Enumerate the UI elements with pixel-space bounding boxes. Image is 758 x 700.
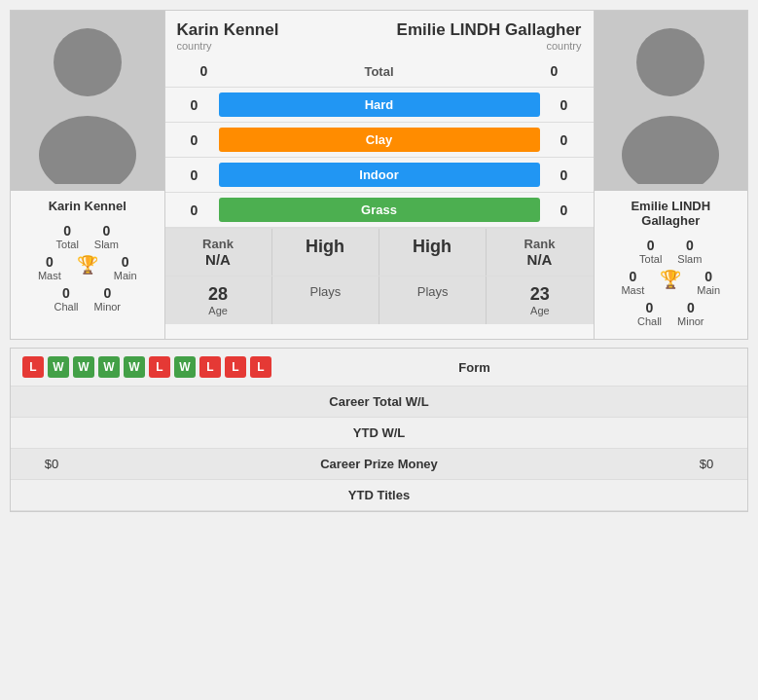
clay-left-val: 0 xyxy=(185,132,204,148)
indoor-badge: Indoor xyxy=(219,163,540,187)
total-label: Total xyxy=(364,64,393,79)
left-rank-val: N/A xyxy=(205,251,231,268)
right-player-photo xyxy=(595,11,748,191)
right-slam-val: 0 xyxy=(686,238,694,253)
right-stats-row-3: 0 Chall 0 Minor xyxy=(602,300,740,327)
left-player-photo xyxy=(11,11,164,191)
prize-money-right: $0 xyxy=(677,457,736,471)
comparison-section: Karin Kennel 0 Total 0 Slam 0 Mast xyxy=(10,10,748,340)
right-stats-row-1: 0 Total 0 Slam xyxy=(602,238,740,265)
form-row: LWWWWLWLLL Form xyxy=(11,349,747,387)
left-player-block: Karin Kennel 0 Total 0 Slam 0 Mast xyxy=(11,11,165,339)
right-minor-cell: 0 Minor xyxy=(677,300,704,327)
right-minor-val: 0 xyxy=(687,300,695,315)
right-player-info: Emilie LINDH Gallagher 0 Total 0 Slam 0 … xyxy=(595,191,748,339)
hard-row: 0 Hard 0 xyxy=(165,88,594,123)
right-trophy-icon: 🏆 xyxy=(660,269,681,290)
right-total-lbl: Total xyxy=(639,253,662,265)
left-age-lbl: Age xyxy=(208,305,228,316)
clay-right-val: 0 xyxy=(555,132,574,148)
left-slam-val: 0 xyxy=(102,223,110,239)
career-total-label: Career Total W/L xyxy=(329,394,428,409)
right-mast-cell: 0 Mast xyxy=(621,269,644,296)
right-mast-lbl: Mast xyxy=(621,284,644,296)
left-trophy-icon: 🏆 xyxy=(77,254,98,276)
form-badge-8: L xyxy=(225,356,246,378)
left-age-val: 28 xyxy=(208,284,228,305)
indoor-row: 0 Indoor 0 xyxy=(165,158,594,193)
bottom-section: LWWWWLWLLL Form Career Total W/L YTD W/L… xyxy=(10,348,748,512)
grass-badge: Grass xyxy=(219,198,540,222)
left-mast-val: 0 xyxy=(46,254,54,270)
form-badge-9: L xyxy=(250,356,271,378)
right-country: country xyxy=(397,40,582,52)
left-high-val: High xyxy=(306,237,344,257)
right-slam-lbl: Slam xyxy=(677,253,702,265)
right-minor-lbl: Minor xyxy=(677,315,704,327)
totals-row: 0 Total 0 xyxy=(165,55,594,88)
form-badge-2: W xyxy=(73,356,94,378)
right-age-lbl: Age xyxy=(530,305,550,316)
left-minor-lbl: Minor xyxy=(94,301,122,313)
hard-left-val: 0 xyxy=(185,97,204,113)
right-player-block: Emilie LINDH Gallagher 0 Total 0 Slam 0 … xyxy=(594,11,748,339)
form-badge-1: W xyxy=(48,356,69,378)
left-main-lbl: Main xyxy=(114,270,137,281)
ytd-titles-row: YTD Titles xyxy=(11,480,747,511)
right-total-cell: 0 Total xyxy=(639,238,662,265)
left-stats-row-3: 0 Chall 0 Minor xyxy=(18,285,157,313)
right-high-val: High xyxy=(413,237,451,257)
form-badge-6: W xyxy=(174,356,196,378)
right-main-cell: 0 Main xyxy=(697,269,720,296)
right-main-lbl: Main xyxy=(697,284,720,296)
grass-row: 0 Grass 0 xyxy=(165,193,594,228)
left-stats-row-2: 0 Mast 🏆 0 Main xyxy=(18,254,157,281)
right-stats-row-2: 0 Mast 🏆 0 Main xyxy=(602,269,740,296)
svg-point-2 xyxy=(636,28,704,96)
prize-money-left: $0 xyxy=(22,457,81,471)
left-total-val: 0 xyxy=(63,223,71,239)
right-slam-cell: 0 Slam xyxy=(677,238,702,265)
grass-right-val: 0 xyxy=(555,203,574,218)
left-slam-cell: 0 Slam xyxy=(94,223,119,250)
left-player-name: Karin Kennel xyxy=(18,199,157,213)
left-total-lbl: Total xyxy=(56,239,79,250)
right-chall-cell: 0 Chall xyxy=(637,300,662,327)
right-player-name: Emilie LINDH Gallagher xyxy=(602,199,740,228)
prize-money-label: Career Prize Money xyxy=(320,457,438,471)
left-chall-val: 0 xyxy=(62,285,70,301)
left-player-name-header: Karin Kennel country xyxy=(177,20,279,52)
hard-right-val: 0 xyxy=(555,97,574,113)
left-chall-cell: 0 Chall xyxy=(54,285,78,313)
form-badge-3: W xyxy=(98,356,120,378)
right-trophy-cell: 🏆 xyxy=(660,269,681,296)
left-main-cell: 0 Main xyxy=(114,254,137,281)
form-label: Form xyxy=(458,360,490,375)
indoor-right-val: 0 xyxy=(555,167,574,183)
form-badge-5: L xyxy=(149,356,170,378)
svg-point-3 xyxy=(622,116,719,184)
clay-row: 0 Clay 0 xyxy=(165,123,594,158)
hard-badge: Hard xyxy=(219,92,540,117)
form-badge-4: W xyxy=(124,356,145,378)
svg-point-1 xyxy=(39,116,136,184)
indoor-left-val: 0 xyxy=(185,167,204,183)
left-player-info: Karin Kennel 0 Total 0 Slam 0 Mast xyxy=(11,191,164,324)
left-trophy-cell: 🏆 xyxy=(77,254,98,281)
age-plays-panel: 28 Age Plays Plays 23 Age xyxy=(165,276,594,324)
right-mast-val: 0 xyxy=(629,269,636,284)
prize-money-row: $0 Career Prize Money $0 xyxy=(11,449,747,480)
right-rank-val: N/A xyxy=(527,251,553,268)
ytd-wl-label: YTD W/L xyxy=(353,425,405,440)
form-badge-7: L xyxy=(199,356,221,378)
form-badge-0: L xyxy=(22,356,44,378)
ytd-titles-label: YTD Titles xyxy=(348,488,410,502)
form-badges: LWWWWLWLLL xyxy=(22,356,271,378)
right-age-val: 23 xyxy=(530,284,550,305)
right-plays-lbl: Plays xyxy=(417,284,449,299)
left-country: country xyxy=(177,40,279,52)
left-slam-lbl: Slam xyxy=(94,239,119,250)
career-total-row: Career Total W/L xyxy=(11,387,747,418)
left-avatar-silhouette xyxy=(24,18,151,184)
right-main-val: 0 xyxy=(704,269,712,284)
